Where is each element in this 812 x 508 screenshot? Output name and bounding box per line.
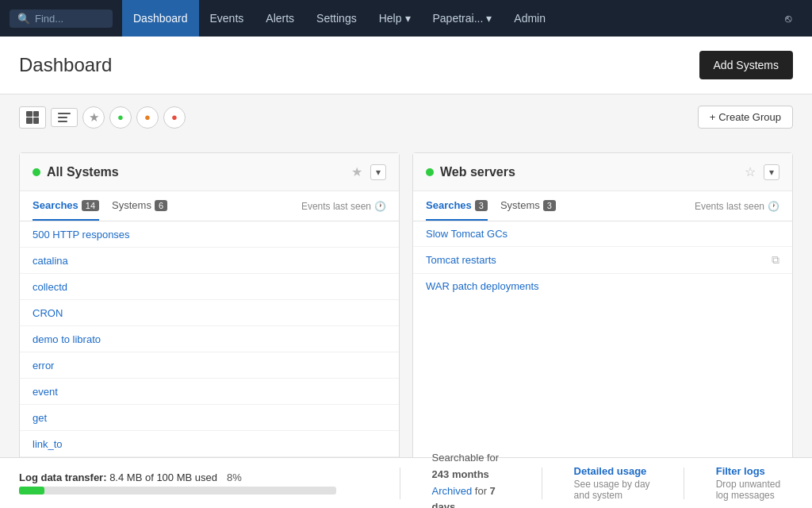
search-link[interactable]: 500 HTTP responses xyxy=(33,229,130,241)
card-title-area: All Systems xyxy=(33,165,119,179)
nav-link-help[interactable]: Help ▾ xyxy=(368,0,422,37)
card-title-area: Web servers xyxy=(426,165,515,179)
search-link[interactable]: catalina xyxy=(33,255,68,267)
chevron-down-icon: ▾ xyxy=(769,167,774,178)
detailed-usage-action: Detailed usage See usage by day and syst… xyxy=(574,465,653,501)
web-servers-dropdown-button[interactable]: ▾ xyxy=(764,164,779,180)
list-item: CRON xyxy=(20,300,399,326)
grid-view-button[interactable] xyxy=(19,106,46,129)
list-icon xyxy=(58,113,71,122)
tab-systems-web[interactable]: Systems 3 xyxy=(500,191,556,221)
tab-searches-web[interactable]: Searches 3 xyxy=(426,191,488,221)
tab-searches-all[interactable]: Searches 14 xyxy=(33,191,99,221)
systems-badge: 3 xyxy=(543,200,556,211)
list-item: link_to xyxy=(20,431,399,457)
card-header-right: ☆ ▾ xyxy=(743,163,779,181)
divider xyxy=(684,468,684,499)
detailed-usage-link[interactable]: Detailed usage xyxy=(574,465,653,477)
star-filter-button[interactable]: ★ xyxy=(82,106,105,129)
nav-link-alerts[interactable]: Alerts xyxy=(255,0,305,37)
progress-pct: 8% xyxy=(227,471,242,483)
copy-icon[interactable]: ⧉ xyxy=(772,253,779,267)
add-systems-button[interactable]: Add Systems xyxy=(699,51,793,79)
divider xyxy=(542,468,542,499)
search-item-row: Slow Tomcat GCs xyxy=(426,228,779,240)
red-dot-icon: ● xyxy=(171,111,178,123)
orange-dot-icon: ● xyxy=(144,111,151,123)
plus-icon: + xyxy=(710,111,716,123)
list-item: error xyxy=(20,352,399,379)
list-item: Slow Tomcat GCs xyxy=(413,221,792,247)
grid-icon xyxy=(26,111,39,124)
bottom-bar: Log data transfer: 8.4 MB of 100 MB used… xyxy=(0,457,812,508)
search-bar[interactable]: 🔍 Find... xyxy=(10,10,113,28)
all-systems-tabs: Searches 14 Systems 6 Events last seen 🕐 xyxy=(20,191,399,221)
search-item-row: Tomcat restarts ⧉ xyxy=(426,253,779,267)
card-header-right: ★ ▾ xyxy=(350,163,386,181)
list-item: collectd xyxy=(20,274,399,300)
search-link[interactable]: demo to librato xyxy=(33,333,101,345)
search-link[interactable]: CRON xyxy=(33,307,63,319)
divider xyxy=(400,468,400,499)
nav-links: Dashboard Events Alerts Settings Help ▾ … xyxy=(122,0,557,37)
list-item: WAR patch deployments xyxy=(413,274,792,298)
log-transfer-label: Log data transfer: 8.4 MB of 100 MB used xyxy=(19,471,217,483)
log-transfer-row: Log data transfer: 8.4 MB of 100 MB used… xyxy=(19,471,368,483)
search-link[interactable]: link_to xyxy=(33,438,63,450)
logout-button[interactable]: ⎋ xyxy=(774,0,802,37)
searches-badge: 14 xyxy=(82,200,99,211)
search-link[interactable]: Tomcat restarts xyxy=(426,254,496,266)
archived-link[interactable]: Archived xyxy=(432,485,473,497)
filter-logs-action: Filter logs Drop unwanted log messages xyxy=(716,465,793,501)
search-link[interactable]: collectd xyxy=(33,281,67,293)
green-filter-button[interactable]: ● xyxy=(109,106,132,129)
nav-link-dashboard[interactable]: Dashboard xyxy=(122,0,199,37)
red-filter-button[interactable]: ● xyxy=(163,106,186,129)
chevron-down-icon: ▾ xyxy=(486,12,492,25)
search-link[interactable]: event xyxy=(33,386,58,398)
systems-badge: 6 xyxy=(155,200,167,211)
list-item: catalina xyxy=(20,248,399,274)
nav-link-papertail[interactable]: Papetrai... ▾ xyxy=(422,0,504,37)
all-systems-dropdown-button[interactable]: ▾ xyxy=(370,164,386,180)
list-view-button[interactable] xyxy=(51,108,78,127)
tabs-left: Searches 3 Systems 3 xyxy=(426,191,569,221)
tabs-left: Searches 14 Systems 6 xyxy=(33,191,180,221)
all-systems-star-button[interactable]: ★ xyxy=(350,163,364,181)
clock-icon: 🕐 xyxy=(374,201,386,212)
status-dot-green xyxy=(33,168,40,176)
log-transfer: Log data transfer: 8.4 MB of 100 MB used… xyxy=(19,471,368,495)
chevron-down-icon: ▾ xyxy=(405,12,411,25)
search-icon: 🔍 xyxy=(17,13,30,25)
nav-link-settings[interactable]: Settings xyxy=(305,0,368,37)
events-last-seen-all: Events last seen 🕐 xyxy=(301,201,386,212)
toolbar: ★ ● ● ● + Create Group xyxy=(0,94,812,140)
search-placeholder: Find... xyxy=(35,13,63,25)
create-group-button[interactable]: + Create Group xyxy=(698,106,793,129)
web-servers-header: Web servers ☆ ▾ xyxy=(413,153,792,191)
filter-logs-link[interactable]: Filter logs xyxy=(716,465,793,477)
star-icon: ★ xyxy=(89,110,99,125)
list-item: demo to librato xyxy=(20,326,399,352)
list-item: get xyxy=(20,405,399,431)
nav-link-admin[interactable]: Admin xyxy=(503,0,557,37)
search-link[interactable]: Slow Tomcat GCs xyxy=(426,228,508,240)
tab-systems-all[interactable]: Systems 6 xyxy=(112,191,167,221)
search-link[interactable]: WAR patch deployments xyxy=(426,280,539,292)
orange-filter-button[interactable]: ● xyxy=(136,106,159,129)
green-dot-icon: ● xyxy=(117,111,124,123)
web-servers-star-button[interactable]: ☆ xyxy=(743,163,757,181)
search-link[interactable]: get xyxy=(33,412,47,424)
page-title: Dashboard xyxy=(19,54,112,76)
searches-badge: 3 xyxy=(475,200,488,211)
clock-icon: 🕐 xyxy=(768,201,779,212)
search-link[interactable]: error xyxy=(33,360,54,371)
web-servers-title: Web servers xyxy=(440,165,515,179)
progress-bar-fill xyxy=(19,487,44,495)
star-icon: ★ xyxy=(351,165,362,179)
nav-link-events[interactable]: Events xyxy=(199,0,255,37)
star-icon: ☆ xyxy=(745,165,756,179)
status-dot-green xyxy=(426,168,434,176)
navbar: 🔍 Find... Dashboard Events Alerts Settin… xyxy=(0,0,812,37)
logout-icon: ⎋ xyxy=(785,12,791,25)
